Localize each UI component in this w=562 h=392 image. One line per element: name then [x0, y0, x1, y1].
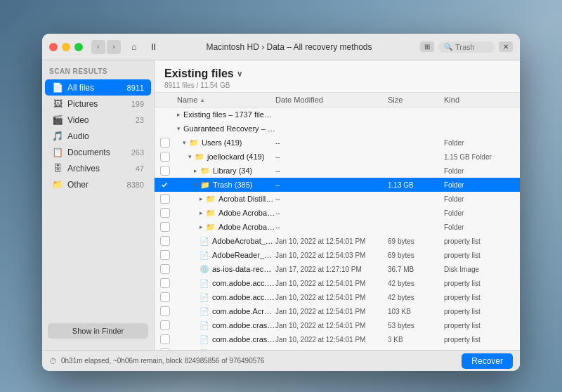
all-files-icon: 📄	[52, 82, 63, 93]
file-checkbox[interactable]	[160, 194, 170, 204]
file-checkbox[interactable]	[160, 236, 170, 246]
maximize-button[interactable]	[74, 43, 83, 51]
file-checkbox[interactable]	[160, 264, 170, 274]
search-icon: 🔍	[444, 43, 452, 51]
file-name-cell: 📄AdobeAcrobat_D...91F8545130C.plist	[177, 237, 275, 246]
file-checkbox[interactable]	[160, 180, 170, 190]
file-kind: Folder	[444, 209, 514, 217]
file-row[interactable]: 💿as-ios-data-recovery.dmgJan 17, 2022 at…	[155, 262, 520, 276]
sidebar-item-other[interactable]: 📁 Other 8380	[45, 176, 151, 192]
view-button[interactable]: ⊞	[420, 41, 434, 52]
panel-title-chevron: ∨	[237, 70, 242, 79]
pause-icon[interactable]: ⏸	[149, 41, 158, 52]
file-date: Jan 10, 2022 at 12:54:01 PM	[275, 294, 388, 301]
sidebar-item-archives[interactable]: 🗄 Archives 47	[45, 160, 151, 176]
file-checkbox[interactable]	[160, 208, 170, 218]
expand-icon[interactable]: ▸	[200, 223, 203, 230]
expand-icon[interactable]: ▾	[177, 125, 181, 132]
file-name-cell: ▸Existing files – 1737 files / 2.04 GB	[177, 110, 275, 119]
file-size: 3 KB	[388, 336, 444, 344]
recover-button[interactable]: Recover	[462, 353, 513, 369]
file-kind: Folder	[444, 223, 514, 231]
panel-title-text: Existing files	[164, 67, 234, 80]
file-row[interactable]: ▾📁Users (419)--Folder	[155, 136, 520, 150]
file-date: Jan 10, 2022 at 12:54:01 PM	[275, 336, 388, 344]
file-name-cell: 📄AdobeReader_D8...1F8545130C.plist	[177, 251, 275, 260]
status-text: 0h31m elapsed, ~0h06m remain, block 8249…	[61, 357, 457, 365]
folder-icon: 📁	[206, 223, 216, 232]
sidebar-item-pictures[interactable]: 🖼 Pictures 199	[45, 96, 151, 112]
file-row[interactable]: ▸📁Adobe Acrobat.app (227)--Folder	[155, 220, 520, 234]
close-search-button[interactable]: ✕	[499, 41, 513, 52]
file-row[interactable]: 📄com.adobe.crashr...1F8545130C.plistJan …	[155, 318, 520, 332]
minimize-button[interactable]	[62, 43, 70, 51]
expand-icon[interactable]: ▾	[183, 139, 186, 146]
file-row[interactable]: 📄com.adobe.acc.A...CreativeCloud.plistJa…	[155, 276, 520, 290]
panel-subtitle: 8911 files / 11.54 GB	[164, 81, 510, 89]
file-row[interactable]: 📄com.adobe.acc.H...ler.Renderer.plistJan…	[155, 290, 520, 304]
file-row[interactable]: ▸📁Adobe Acrobat Reader DC.app (123)--Fol…	[155, 206, 520, 220]
th-size[interactable]: Size	[388, 96, 444, 104]
sidebar-label-audio: Audio	[67, 131, 140, 141]
sidebar-title: Scan results	[42, 66, 154, 79]
close-button[interactable]	[49, 43, 58, 51]
file-date: --	[275, 195, 388, 203]
file-row[interactable]: ▸📁Acrobat Distiller.app (10)--Folder	[155, 192, 520, 206]
file-checkbox[interactable]	[160, 222, 170, 232]
sidebar-item-documents[interactable]: 📋 Documents 263	[45, 144, 151, 160]
file-name-cell: ▸📁Library (34)	[177, 166, 275, 176]
file-row[interactable]: 📄AdobeReader_D8...1F8545130C.plistJan 10…	[155, 248, 520, 262]
file-name: Trash (385)	[213, 181, 252, 189]
file-type-icon: 📄	[200, 279, 209, 288]
file-row[interactable]: 📄com.adobe.Acrobat.Pro.plistJan 10, 2022…	[155, 304, 520, 318]
traffic-lights	[49, 43, 83, 51]
sidebar-item-audio[interactable]: 🎵 Audio	[45, 128, 151, 144]
expand-icon[interactable]: ▾	[188, 153, 192, 160]
home-button[interactable]: ⌂	[126, 39, 142, 55]
file-kind: property list	[444, 322, 514, 329]
file-row[interactable]: ▾📁Trash (385)--1.13 GBFolder	[155, 178, 520, 192]
file-kind: Folder	[444, 167, 514, 175]
file-name-cell: ▾📁joellockard (419)	[177, 152, 275, 162]
file-row[interactable]: ▸📁Library (34)--Folder	[155, 164, 520, 178]
file-size: 53 bytes	[388, 322, 444, 329]
file-row[interactable]: 📄AdobeAcrobat_D...91F8545130C.plistJan 1…	[155, 234, 520, 248]
expand-icon[interactable]: ▸	[200, 209, 203, 216]
file-name-cell: 💿as-ios-data-recovery.dmg	[177, 265, 275, 274]
th-name[interactable]: Name ▲	[177, 96, 275, 104]
expand-icon[interactable]: ▸	[194, 167, 197, 174]
file-date: --	[275, 209, 388, 217]
file-checkbox[interactable]	[160, 138, 170, 148]
sidebar-item-video[interactable]: 🎬 Video 23	[45, 112, 151, 128]
file-checkbox[interactable]	[160, 250, 170, 260]
file-checkbox[interactable]	[160, 334, 170, 344]
file-kind: property list	[444, 294, 514, 301]
file-row[interactable]: ▾📁joellockard (419)--1.15 GB Folder	[155, 150, 520, 164]
file-checkbox[interactable]	[160, 292, 170, 302]
search-box[interactable]: 🔍	[438, 41, 495, 53]
th-kind[interactable]: Kind	[444, 96, 514, 104]
expand-icon[interactable]: ▾	[194, 181, 197, 188]
sidebar-item-all-files[interactable]: 📄 All files 8911	[45, 79, 151, 96]
file-checkbox[interactable]	[160, 320, 170, 330]
file-type-icon: 📄	[200, 251, 209, 260]
file-row[interactable]: ▾Guaranteed Recovery – 416 files / 1.15 …	[155, 122, 520, 136]
expand-icon[interactable]: ▸	[200, 195, 203, 202]
search-input[interactable]	[455, 43, 490, 51]
file-name: Acrobat Distiller.app (10)	[218, 195, 275, 203]
file-row[interactable]: 📄com.adobe.crashreporter.plistJan 10, 20…	[155, 332, 520, 346]
th-date[interactable]: Date Modified	[275, 96, 388, 104]
file-checkbox[interactable]	[160, 278, 170, 288]
sidebar-label-archives: Archives	[67, 164, 131, 174]
folder-icon: 📁	[189, 138, 199, 148]
file-name: Existing files – 1737 files / 2.04 GB	[183, 110, 275, 119]
expand-icon[interactable]: ▸	[177, 111, 181, 118]
file-checkbox[interactable]	[160, 166, 170, 176]
file-checkbox[interactable]	[160, 152, 170, 162]
file-row[interactable]: ▸Existing files – 1737 files / 2.04 GB	[155, 107, 520, 122]
back-button[interactable]: ‹	[91, 40, 105, 54]
forward-button[interactable]: ›	[107, 40, 121, 54]
file-checkbox[interactable]	[160, 306, 170, 316]
show-finder-button[interactable]: Show in Finder	[48, 323, 148, 339]
file-date: Jan 10, 2022 at 12:54:01 PM	[275, 322, 388, 329]
